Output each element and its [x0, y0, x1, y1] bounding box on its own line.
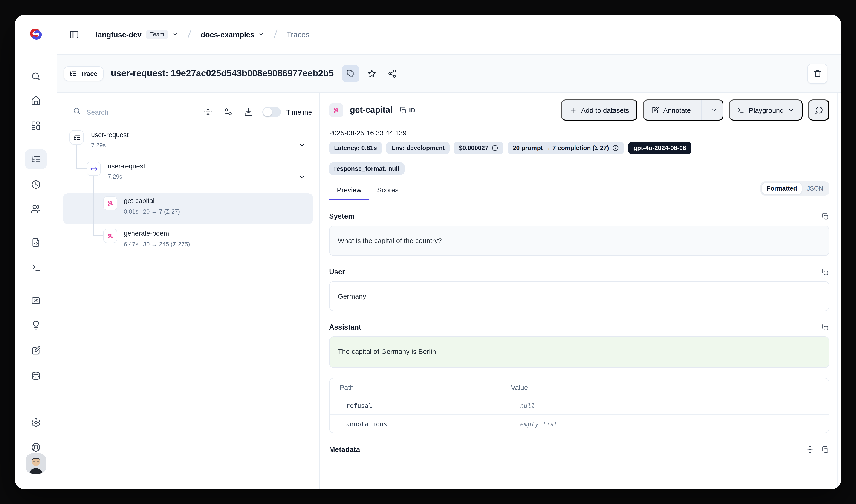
terminal-icon: [737, 106, 745, 114]
annotate-button[interactable]: Annotate: [643, 100, 724, 121]
topbar: langfuse-dev Team docs-examples Traces: [57, 15, 841, 54]
share-icon: [388, 69, 397, 78]
system-message-box: What is the capital of the country?: [329, 226, 829, 256]
content-area: Timeline user-request 7.29: [57, 92, 841, 489]
assistant-message-box: The capital of Germany is Berlin.: [329, 337, 829, 368]
tree-row-duration: 7.29s: [91, 142, 106, 149]
selected-row-highlight: [63, 193, 313, 224]
copy-icon: [821, 268, 829, 276]
id-label: ID: [409, 107, 415, 113]
breadcrumb: langfuse-dev Team docs-examples Traces: [96, 29, 309, 40]
prompts-file-code-icon[interactable]: [31, 237, 41, 248]
annotation-pen-icon[interactable]: [31, 346, 41, 356]
tracing-icon[interactable]: [31, 154, 41, 164]
info-icon[interactable]: [612, 145, 619, 151]
section-title: System: [329, 212, 354, 220]
playground-terminal-icon[interactable]: [31, 262, 41, 272]
copy-id-button[interactable]: ID: [399, 106, 415, 114]
copy-button[interactable]: [821, 446, 829, 454]
detail-header: get-capital ID Add to datasets: [329, 100, 829, 121]
section-title: Assistant: [329, 323, 361, 331]
tree-row-tokens: 30 → 245 (Σ 275): [143, 241, 190, 248]
model-badge[interactable]: gpt-4o-2024-08-06: [628, 142, 692, 154]
edit-pen-icon: [651, 106, 659, 114]
tree-row-duration: 6.47s30 → 245 (Σ 275): [124, 241, 190, 248]
unfold-vertical-icon: [806, 446, 814, 454]
expand-button[interactable]: [806, 446, 814, 454]
sessions-clock-icon[interactable]: [31, 180, 41, 190]
user-avatar[interactable]: [26, 453, 46, 474]
response-format-badge: response_format: null: [329, 162, 405, 175]
assistant-section-header: Assistant: [329, 323, 829, 331]
trace-badge-label: Trace: [81, 70, 97, 77]
chat-bubble-icon: [814, 106, 823, 114]
breadcrumb-slash-icon: [185, 29, 194, 40]
breadcrumb-environment[interactable]: docs-examples: [201, 30, 254, 39]
format-option-json[interactable]: JSON: [802, 183, 828, 194]
search-icon[interactable]: [31, 71, 41, 82]
copy-button[interactable]: [821, 323, 829, 331]
breadcrumb-project[interactable]: langfuse-dev: [96, 30, 142, 39]
langfuse-logo-icon[interactable]: [28, 27, 43, 41]
support-lifebuoy-icon[interactable]: [31, 442, 41, 452]
delete-trace-button[interactable]: [807, 63, 827, 84]
share-button[interactable]: [384, 66, 400, 81]
output-fields-table: Path Value refusal null annotations empt…: [329, 378, 829, 433]
trace-tree-panel: Timeline user-request 7.29: [57, 92, 320, 489]
trace-node-icon: [70, 130, 84, 145]
column-header-value: Value: [511, 383, 829, 391]
copy-button[interactable]: [821, 268, 829, 276]
chevron-down-icon[interactable]: [172, 30, 179, 39]
icon-rail: [15, 15, 57, 489]
metadata-section-header: Metadata: [329, 446, 829, 454]
settings-gear-icon[interactable]: [31, 417, 41, 428]
tag-button[interactable]: [342, 65, 359, 82]
generation-pinwheel-icon: [103, 196, 117, 210]
tree-row-tokens: 20 → 7 (Σ 27): [143, 208, 180, 215]
copy-button[interactable]: [821, 212, 829, 220]
tab-scores[interactable]: Scores: [369, 182, 406, 200]
datasets-database-icon[interactable]: [31, 371, 41, 381]
app-window: langfuse-dev Team docs-examples Traces: [15, 15, 841, 489]
tree-connector: [93, 202, 103, 203]
detail-tabs: Preview Scores Formatted JSON: [329, 182, 829, 200]
tree-row-label: generate-poem: [124, 230, 169, 237]
add-to-datasets-button[interactable]: Add to datasets: [561, 100, 638, 121]
dashboard-icon[interactable]: [31, 121, 41, 131]
tab-preview[interactable]: Preview: [329, 182, 369, 200]
project-type-badge: Team: [146, 30, 168, 39]
insights-lightbulb-icon[interactable]: [31, 320, 41, 330]
tree-row-label: get-capital: [124, 197, 155, 204]
metric-badges: Latency: 0.81s Env: development $0.00002…: [329, 142, 829, 175]
observation-detail-panel: get-capital ID Add to datasets: [320, 92, 841, 489]
info-icon[interactable]: [492, 145, 498, 151]
breadcrumb-page[interactable]: Traces: [286, 30, 309, 39]
list-tree-icon: [70, 70, 77, 77]
cell-path: refusal: [329, 401, 511, 409]
format-option-formatted[interactable]: Formatted: [762, 183, 802, 194]
annotate-dropdown-chevron[interactable]: [706, 100, 723, 120]
users-icon[interactable]: [31, 204, 41, 214]
home-icon[interactable]: [31, 96, 41, 106]
tree-row-duration: 7.29s: [108, 173, 122, 180]
trace-header: Trace user-request: 19e27ac025d543b008e9…: [57, 54, 841, 92]
breadcrumb-slash-icon: [271, 29, 280, 40]
tree-connector: [93, 235, 103, 236]
user-section-header: User: [329, 268, 829, 276]
span-node-icon: [87, 162, 101, 176]
chevron-down-icon[interactable]: [257, 30, 264, 39]
trace-type-badge: Trace: [64, 66, 103, 81]
copy-icon: [399, 106, 407, 114]
chevron-down-icon[interactable]: [298, 173, 306, 182]
tree-connector: [76, 168, 87, 169]
chevron-down-icon[interactable]: [298, 141, 306, 150]
playground-button[interactable]: Playground: [729, 100, 803, 121]
scores-percent-icon[interactable]: [31, 295, 41, 306]
sidebar-toggle-icon[interactable]: [69, 30, 79, 40]
comments-button[interactable]: [808, 100, 829, 121]
system-message-text: What is the capital of the country?: [338, 237, 442, 245]
table-row: annotations empty list: [329, 414, 829, 433]
section-title: Metadata: [329, 446, 360, 454]
star-button[interactable]: [364, 66, 380, 81]
latency-badge: Latency: 0.81s: [329, 142, 382, 154]
